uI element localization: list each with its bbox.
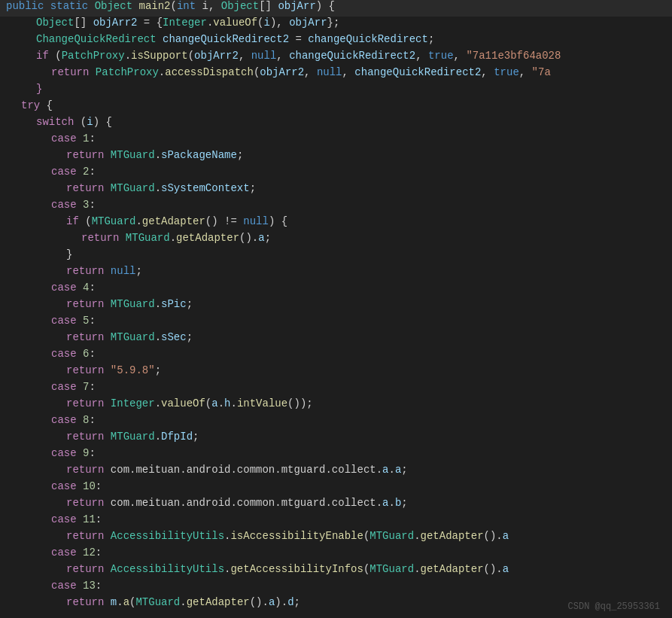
type: Object <box>95 0 132 12</box>
type: ChangeQuickRedirect <box>36 33 157 45</box>
type: Integer <box>163 17 207 29</box>
variable: DfpId <box>161 431 193 443</box>
keyword: return <box>66 431 104 443</box>
type: MTGuard <box>126 232 170 244</box>
code-line: case 5 : <box>0 315 672 331</box>
type: MTGuard <box>111 431 155 443</box>
keyword: case <box>51 348 77 360</box>
number: 3 <box>83 199 89 211</box>
code-line: return PatchProxy . accessDispatch ( obj… <box>0 66 672 83</box>
code-line: switch ( i ) { <box>0 116 672 132</box>
variable: sPackageName <box>161 149 237 161</box>
type: Object <box>36 17 74 29</box>
variable: objArr <box>278 0 315 12</box>
variable: m <box>111 596 117 608</box>
type: MTGuard <box>111 331 155 343</box>
code-line: case 6 : <box>0 348 672 364</box>
keyword: case <box>51 480 77 492</box>
variable: a <box>503 530 509 542</box>
type: MTGuard <box>92 215 136 227</box>
code-line: return MTGuard . sPic ; <box>0 298 672 315</box>
code-line: case 4 : <box>0 282 672 298</box>
code-line: return MTGuard . getAdapter (). a ; <box>0 232 672 248</box>
method-name: a <box>123 596 129 608</box>
variable: sPic <box>161 298 187 310</box>
type: Object <box>221 0 259 12</box>
code-line: } <box>0 83 672 99</box>
code-line: return null ; <box>0 265 672 282</box>
code-line: case 13 : <box>0 580 672 596</box>
method-name: isAccessibilityEnable <box>230 530 363 542</box>
method-name: valueOf <box>161 397 205 409</box>
keyword: switch <box>36 116 74 128</box>
keyword: return <box>66 182 104 194</box>
variable: a <box>269 596 275 608</box>
code-line: return com.meituan.android.common.mtguar… <box>0 464 672 480</box>
number: 12 <box>83 546 96 559</box>
method-name: getAdapter <box>421 563 484 575</box>
keyword: case <box>51 315 77 327</box>
code-line: return "5.9.8" ; <box>0 364 672 381</box>
number: 1 <box>83 132 89 145</box>
keyword: true <box>494 66 519 78</box>
method-name: getAdapter <box>187 596 250 608</box>
variable: i <box>264 17 270 29</box>
variable: a <box>211 397 217 409</box>
type: MTGuard <box>111 182 155 194</box>
keyword: null <box>243 215 269 227</box>
keyword: case <box>51 546 77 559</box>
string: "7a <box>532 66 551 78</box>
code-line: case 3 : <box>0 199 672 215</box>
method-name: getAccessibilityInfos <box>230 563 363 575</box>
code-line: case 8 : <box>0 414 672 431</box>
code-line: return Integer . valueOf ( a . h . intVa… <box>0 397 672 414</box>
method-name: getAdapter <box>142 215 205 227</box>
code-container: public static Object main2 ( int i, Obje… <box>0 0 672 618</box>
code-line: Object [] objArr2 = { Integer . valueOf … <box>0 17 672 33</box>
keyword: true <box>428 50 454 62</box>
method-name: getAdapter <box>421 530 484 542</box>
type: MTGuard <box>369 563 414 575</box>
keyword: case <box>51 199 77 211</box>
method-name: intValue <box>237 397 287 409</box>
type: MTGuard <box>111 298 155 310</box>
number: 9 <box>83 447 89 459</box>
string: "7a11e3bf64a028 <box>466 50 561 62</box>
keyword: static <box>50 0 88 12</box>
keyword: case <box>51 414 77 426</box>
code-line: return AccessibilityUtils . getAccessibi… <box>0 563 672 580</box>
number: 4 <box>83 282 89 294</box>
variable: objArr2 <box>194 50 239 62</box>
keyword: if <box>66 215 79 227</box>
keyword: case <box>51 447 77 459</box>
keyword: return <box>66 298 104 310</box>
keyword: return <box>66 596 104 608</box>
keyword: } <box>36 83 42 95</box>
code-line: return MTGuard . sSystemContext ; <box>0 182 672 199</box>
code-line: case 7 : <box>0 381 672 397</box>
keyword: null <box>317 66 342 78</box>
keyword: return <box>66 563 104 575</box>
code-line: case 9 : <box>0 447 672 464</box>
keyword: case <box>51 513 77 525</box>
code-line: return MTGuard . sPackageName ; <box>0 149 672 166</box>
code-line: case 2 : <box>0 166 672 182</box>
code-line: public static Object main2 ( int i, Obje… <box>0 0 672 17</box>
keyword: return <box>66 364 104 376</box>
variable: a <box>503 563 509 575</box>
type: PatchProxy <box>96 66 159 78</box>
variable: changeQuickRedirect <box>308 33 428 45</box>
keyword: null <box>111 265 136 277</box>
variable: d <box>287 596 293 608</box>
code-line: try { <box>0 99 672 116</box>
code-line: } <box>0 248 672 265</box>
variable: b <box>395 497 401 509</box>
type: AccessibilityUtils <box>111 563 224 575</box>
variable: sSec <box>161 331 187 343</box>
number: 8 <box>83 414 89 426</box>
keyword: null <box>251 50 277 62</box>
number: 6 <box>83 348 89 360</box>
number: 11 <box>83 513 96 525</box>
keyword: case <box>51 580 77 592</box>
code-line: return MTGuard . sSec ; <box>0 331 672 348</box>
